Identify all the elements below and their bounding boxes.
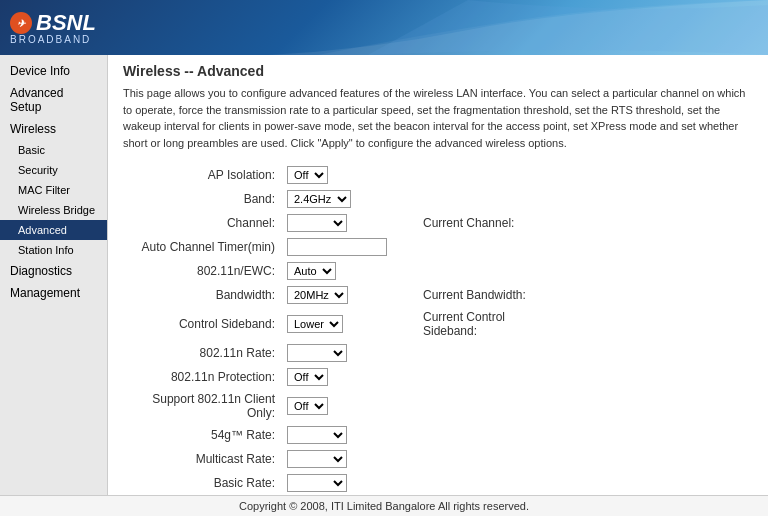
80211n-protection-select[interactable]: OffOn — [287, 368, 328, 386]
auto-channel-timer-input[interactable] — [287, 238, 387, 256]
band-select[interactable]: 2.4GHz5GHz — [287, 190, 351, 208]
page-title: Wireless -- Advanced — [123, 63, 753, 79]
control-sideband-select[interactable]: LowerUpper — [287, 315, 343, 333]
header-swoosh — [268, 0, 768, 55]
field-label-80211n-rate: 802.11n Rate: — [123, 341, 283, 365]
54g-rate-select[interactable] — [287, 426, 347, 444]
current-control-sideband-value — [563, 307, 753, 341]
sidebar-item-station-info[interactable]: Station Info — [0, 240, 107, 260]
sidebar-item-security[interactable]: Security — [0, 160, 107, 180]
multicast-rate-select[interactable] — [287, 450, 347, 468]
sidebar-item-management[interactable]: Management — [0, 282, 107, 304]
support-80211n-select[interactable]: OffOn — [287, 397, 328, 415]
field-label-54g-rate: 54g™ Rate: — [123, 423, 283, 447]
sidebar-item-advanced[interactable]: Advanced — [0, 220, 107, 240]
logo-icon: ✈ — [10, 12, 32, 34]
field-label-80211n-ewc: 802.11n/EWC: — [123, 259, 283, 283]
form-table: AP Isolation: OffOn Band: 2.4GHz5GHz — [123, 163, 753, 495]
sidebar-item-wireless-bridge[interactable]: Wireless Bridge — [0, 200, 107, 220]
logo-broadband: BROADBAND — [10, 34, 91, 45]
table-row: Bandwidth: 20MHz40MHz Current Bandwidth: — [123, 283, 753, 307]
basic-rate-select[interactable] — [287, 474, 347, 492]
field-label-ap-isolation: AP Isolation: — [123, 163, 283, 187]
field-label-basic-rate: Basic Rate: — [123, 471, 283, 495]
field-value-ap-isolation: OffOn — [283, 163, 403, 187]
main-layout: Device Info Advanced Setup Wireless Basi… — [0, 55, 768, 495]
table-row: 802.11n Rate: — [123, 341, 753, 365]
bandwidth-select[interactable]: 20MHz40MHz — [287, 286, 348, 304]
sidebar-item-wireless[interactable]: Wireless — [0, 118, 107, 140]
table-row: Multicast Rate: — [123, 447, 753, 471]
table-row: 802.11n/EWC: AutoOnOff — [123, 259, 753, 283]
field-label-band: Band: — [123, 187, 283, 211]
sidebar-item-mac-filter[interactable]: MAC Filter — [0, 180, 107, 200]
field-label-80211n-protection: 802.11n Protection: — [123, 365, 283, 389]
logo-bsnl: ✈ BSNL — [10, 10, 96, 36]
sidebar: Device Info Advanced Setup Wireless Basi… — [0, 55, 108, 495]
80211n-rate-select[interactable] — [287, 344, 347, 362]
current-channel-value — [563, 211, 753, 235]
table-row: Band: 2.4GHz5GHz — [123, 187, 753, 211]
table-row: AP Isolation: OffOn — [123, 163, 753, 187]
footer-text: Copyright © 2008, ITI Limited Bangalore … — [239, 500, 529, 512]
sidebar-item-diagnostics[interactable]: Diagnostics — [0, 260, 107, 282]
current-control-sideband-label: Current Control Sideband: — [403, 307, 563, 341]
table-row: 802.11n Protection: OffOn — [123, 365, 753, 389]
current-channel-label: Current Channel: — [403, 211, 563, 235]
field-label-support-80211n: Support 802.11n Client Only: — [123, 389, 283, 423]
80211n-ewc-select[interactable]: AutoOnOff — [287, 262, 336, 280]
ap-isolation-select[interactable]: OffOn — [287, 166, 328, 184]
sidebar-item-basic[interactable]: Basic — [0, 140, 107, 160]
sidebar-item-device-info[interactable]: Device Info — [0, 60, 107, 82]
header: ✈ BSNL BROADBAND — [0, 0, 768, 55]
table-row: Channel: Current Channel: — [123, 211, 753, 235]
current-bandwidth-value — [563, 283, 753, 307]
current-bandwidth-label: Current Bandwidth: — [403, 283, 563, 307]
field-label-auto-channel: Auto Channel Timer(min) — [123, 235, 283, 259]
table-row: Auto Channel Timer(min) — [123, 235, 753, 259]
table-row: Basic Rate: — [123, 471, 753, 495]
table-row: Support 802.11n Client Only: OffOn — [123, 389, 753, 423]
field-label-control-sideband: Control Sideband: — [123, 307, 283, 341]
table-row: Control Sideband: LowerUpper Current Con… — [123, 307, 753, 341]
field-label-multicast-rate: Multicast Rate: — [123, 447, 283, 471]
footer: Copyright © 2008, ITI Limited Bangalore … — [0, 495, 768, 516]
content-area: Wireless -- Advanced This page allows yo… — [108, 55, 768, 495]
sidebar-item-advanced-setup[interactable]: Advanced Setup — [0, 82, 107, 118]
logo: ✈ BSNL BROADBAND — [10, 10, 96, 45]
channel-select[interactable] — [287, 214, 347, 232]
field-label-bandwidth: Bandwidth: — [123, 283, 283, 307]
field-label-channel: Channel: — [123, 211, 283, 235]
table-row: 54g™ Rate: — [123, 423, 753, 447]
page-description: This page allows you to configure advanc… — [123, 85, 753, 151]
